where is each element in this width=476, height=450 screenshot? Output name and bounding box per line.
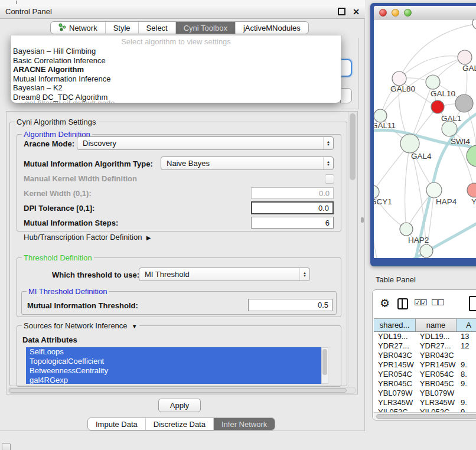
table-cell[interactable]: YDL19... <box>416 332 457 341</box>
hub-definition-toggle[interactable]: Hub/Transcription Factor Definition ▶ <box>24 233 151 242</box>
float-panel-icon[interactable] <box>338 8 345 15</box>
table-cell[interactable]: 13 <box>457 332 476 341</box>
algorithm-option-basic-correlation-inference[interactable]: Basic Correlation Inference <box>11 56 341 66</box>
table-cell[interactable]: YDR27... <box>416 341 457 351</box>
network-view-window[interactable]: GALGAL80GAL10GAL1GAL11SWI4GAL4GCY1HAP4YH… <box>370 3 476 266</box>
table-cell[interactable]: YDR27... <box>374 341 416 351</box>
table-cell[interactable]: YBR045C <box>374 379 416 389</box>
sources-group-title[interactable]: Sources for Network Inference ▼ <box>22 321 139 330</box>
table-horizontal-scrollbar[interactable] <box>374 412 476 420</box>
table-cell[interactable]: 12 <box>457 341 476 351</box>
column-header-shared[interactable]: shared... <box>374 319 416 331</box>
table-row[interactable]: YBR045CYBR045C9. <box>374 379 476 389</box>
horizontal-scrollbar-thumb[interactable] <box>9 388 347 393</box>
attribute-topologicalcoefficient[interactable]: TopologicalCoefficient <box>26 357 321 366</box>
node-gcy1[interactable] <box>374 185 379 198</box>
table-cell[interactable]: YDL19... <box>374 332 416 341</box>
node-gal1[interactable] <box>431 100 444 113</box>
table-cell[interactable]: 9. <box>457 379 476 389</box>
node-y[interactable] <box>467 183 476 197</box>
table-cell[interactable]: YLR345W <box>374 398 416 407</box>
manual-kernel-width-checkbox[interactable] <box>325 174 334 184</box>
which-threshold-select[interactable]: MI Threshold ▲▼ <box>139 268 310 281</box>
bottom-tab-infer-network[interactable]: Infer Network <box>214 418 275 430</box>
table-cell[interactable]: YBL079W <box>374 389 416 398</box>
attribute-betweennesscentrality[interactable]: BetweennessCentrality <box>26 366 321 376</box>
table-cell[interactable]: YER054C <box>416 370 457 379</box>
aracne-mode-select[interactable]: Discovery ▲▼ <box>77 136 334 150</box>
column-header-name[interactable]: name <box>416 319 457 331</box>
mi-steps-field[interactable]: 6 <box>251 217 334 229</box>
node-gal[interactable] <box>458 50 472 64</box>
table-row[interactable]: YBL079WYBL079W <box>374 389 476 398</box>
table-cell[interactable]: YBR043C <box>416 351 457 360</box>
node-gal11[interactable] <box>374 109 387 122</box>
close-button[interactable] <box>379 9 387 17</box>
algorithm-option-aracne-algorithm[interactable]: ARACNE Algorithm <box>11 65 341 74</box>
column-header-a[interactable]: A <box>457 319 476 331</box>
tab-cyni-toolbox[interactable]: Cyni Toolbox <box>176 22 236 34</box>
table-row[interactable]: YDR27...YDR27...12 <box>374 341 476 351</box>
node-hap2[interactable] <box>400 223 413 236</box>
table-cell[interactable] <box>457 351 476 360</box>
table-row[interactable]: YER054CYER054C8. <box>374 370 476 379</box>
node-gal4[interactable] <box>400 134 419 153</box>
node-gal10[interactable] <box>426 75 440 89</box>
minimized-panel-icon[interactable] <box>2 443 11 450</box>
bottom-tab-impute-data[interactable]: Impute Data <box>88 418 146 430</box>
zoom-button[interactable] <box>404 9 412 17</box>
collapse-arrow-icon[interactable]: ▼ <box>132 323 138 330</box>
splitter-handle[interactable] <box>361 217 364 223</box>
vertical-scrollbar-thumb[interactable] <box>350 113 356 180</box>
node-gal80[interactable] <box>392 71 406 86</box>
table-cell[interactable]: YBL079W <box>416 389 457 398</box>
minimize-button[interactable] <box>392 9 399 17</box>
node-hap4[interactable] <box>426 182 442 198</box>
apply-button[interactable]: Apply <box>158 399 201 412</box>
close-icon[interactable]: ✕ <box>353 7 360 17</box>
table-scrollbar-thumb[interactable] <box>376 414 476 419</box>
mi-threshold-field[interactable]: 0.5 <box>248 299 332 311</box>
table-row[interactable]: YIL052CYIL052C9. <box>374 407 476 412</box>
attribute-gal4rgexp[interactable]: gal4RGexp <box>26 376 321 384</box>
expand-arrow-icon[interactable]: ▶ <box>146 234 151 241</box>
attribute-selfloops[interactable]: SelfLoops <box>26 347 321 357</box>
tab-style[interactable]: Style <box>106 22 139 34</box>
dpi-tolerance-field[interactable]: 0.0 <box>251 201 334 214</box>
node-unlabeled[interactable] <box>455 94 473 112</box>
table-row[interactable]: YDL19...YDL19...13 <box>374 332 476 341</box>
table-cell[interactable]: 8. <box>457 370 476 379</box>
table-cell[interactable]: YPR145W <box>416 360 457 370</box>
bottom-tab-discretize-data[interactable]: Discretize Data <box>146 418 214 430</box>
tab-select[interactable]: Select <box>139 22 176 34</box>
table-cell[interactable]: YPR145W <box>374 360 416 370</box>
algorithm-option-mutual-information-inference[interactable]: Mutual Information Inference <box>11 74 341 84</box>
network-canvas[interactable]: GALGAL80GAL10GAL1GAL11SWI4GAL4GCY1HAP4YH… <box>374 19 476 258</box>
columns-icon[interactable] <box>397 298 408 309</box>
table-cell[interactable]: 9. <box>457 398 476 407</box>
table-cell[interactable]: YIL052C <box>374 407 416 412</box>
node-unlabeled[interactable] <box>467 145 476 167</box>
table-row[interactable]: YBR043CYBR043C <box>374 351 476 360</box>
node-unlabeled[interactable] <box>472 19 476 30</box>
tab-network[interactable]: Network <box>51 22 106 34</box>
mi-algorithm-type-select[interactable]: Naive Bayes ▲▼ <box>161 156 334 170</box>
table-cell[interactable]: YER054C <box>374 370 416 379</box>
attributes-scrollbar-thumb[interactable] <box>322 349 327 375</box>
table-cell[interactable]: 9. <box>457 407 476 412</box>
node-unlabeled[interactable] <box>420 244 433 257</box>
table-row[interactable]: YPR145WYPR145W9. <box>374 360 476 370</box>
table-cell[interactable] <box>457 389 476 398</box>
table-cell[interactable]: YBR045C <box>416 379 457 389</box>
table-cell[interactable]: 9. <box>457 360 476 370</box>
table-cell[interactable]: YBR043C <box>374 351 416 360</box>
select-all-icon[interactable]: ☑☑ <box>414 298 426 307</box>
tab-jactivemnodules[interactable]: jActiveMNodules <box>236 22 308 34</box>
deselect-all-icon[interactable]: ☐☐ <box>431 298 444 307</box>
table-row[interactable]: YLR345WYLR345W9. <box>374 398 476 407</box>
node-swi4[interactable] <box>442 121 457 136</box>
kernel-width-field[interactable]: 0.0 <box>251 187 334 199</box>
document-icon[interactable] <box>469 296 476 311</box>
table-cell[interactable]: YLR345W <box>416 398 457 407</box>
algorithm-option-bayesian-hill-climbing[interactable]: Bayesian – Hill Climbing <box>11 47 341 56</box>
